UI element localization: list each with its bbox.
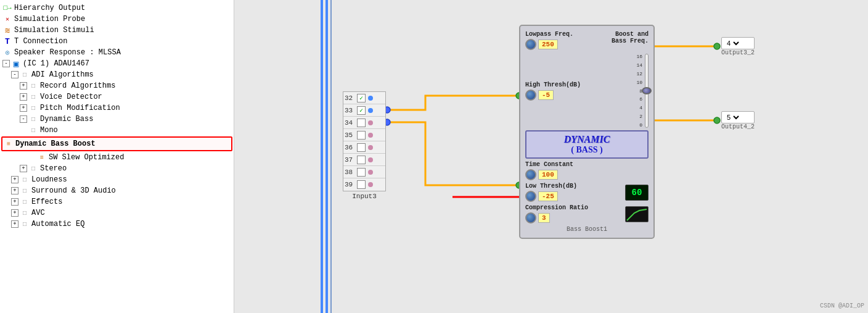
high-thresh-section: High Thresh(dB) -5 xyxy=(525,81,634,101)
tree-item-simulation-probe[interactable]: ✕ Simulation Probe xyxy=(0,14,234,25)
chip-icon: ▣ xyxy=(11,59,21,69)
row-checkbox[interactable] xyxy=(357,156,366,164)
green-display: 60 xyxy=(625,185,649,201)
slider-thumb[interactable] xyxy=(642,87,652,94)
tree-label: Voice Detector xyxy=(40,93,102,101)
tree-label: Mono xyxy=(40,126,58,135)
tree-item-stereo[interactable]: + □ Stereo xyxy=(0,163,234,174)
output3-2-select[interactable]: 4 5 xyxy=(724,39,741,48)
tree-item-dynamic-bass-boost[interactable]: ≡ Dynamic Bass Boost xyxy=(1,136,232,151)
tree-item-t-connection[interactable]: T T Connection xyxy=(0,36,234,47)
time-constant-knob[interactable] xyxy=(525,169,536,180)
green-arrow-icon: □→ xyxy=(2,3,12,13)
row-checkbox[interactable] xyxy=(357,94,366,102)
tree-item-mono[interactable]: □ Mono xyxy=(0,125,234,136)
output4-2-select[interactable]: 5 4 xyxy=(724,113,741,122)
folder-icon: □ xyxy=(20,197,30,207)
high-thresh-knob[interactable] xyxy=(525,90,536,101)
tree-item-surround-3d[interactable]: + □ Surround & 3D Audio xyxy=(0,185,234,196)
row-number: 35 xyxy=(345,131,357,139)
low-thresh-value[interactable]: -25 xyxy=(538,191,558,201)
tree-label: Loudness xyxy=(31,175,67,184)
tree-item-avc[interactable]: + □ AVC xyxy=(0,207,234,219)
speaker-icon: ◎ xyxy=(2,48,12,57)
tree-item-adi-algorithms[interactable]: - □ ADI Algorithms xyxy=(0,69,234,80)
expand-plus-icon[interactable]: + xyxy=(11,187,18,194)
compression-value[interactable]: 3 xyxy=(538,213,550,223)
lowpass-freq-knob[interactable] xyxy=(525,39,536,50)
bass-boost-block-label: Bass Boost1 xyxy=(525,226,649,233)
compression-visual xyxy=(625,206,649,222)
input3-row-35: 35 xyxy=(343,129,385,141)
expand-plus-icon[interactable]: + xyxy=(11,209,18,217)
tree-item-hierarchy-output[interactable]: □→ Hierarchy Output xyxy=(0,2,234,14)
expand-plus-icon[interactable]: + xyxy=(20,104,27,112)
lowpass-freq-value[interactable]: 250 xyxy=(538,40,558,49)
time-constant-value[interactable]: 100 xyxy=(538,170,558,180)
scale-slider-section: 16 14 12 10 8 6 4 2 0 xyxy=(636,54,649,128)
row-connector xyxy=(368,108,373,113)
folder-icon: □ xyxy=(20,175,30,185)
input3-row-36: 36 xyxy=(343,141,385,154)
input3-row-34: 34 xyxy=(343,117,385,129)
row-connector xyxy=(368,133,373,138)
tree-label: Surround & 3D Audio xyxy=(31,186,116,195)
expand-plus-icon[interactable]: + xyxy=(20,93,27,101)
tree-item-automatic-eq[interactable]: + □ Automatic EQ xyxy=(0,219,234,230)
boost-bass-freq-section: Boost andBass Freq. xyxy=(612,31,649,50)
compression-ratio-label: Compression Ratio xyxy=(525,204,623,211)
tree-item-ic1[interactable]: - ▣ (IC 1) ADAU1467 xyxy=(0,58,234,69)
expand-plus-icon[interactable]: + xyxy=(20,82,27,90)
folder-icon: □ xyxy=(28,114,38,124)
input3-row-32: 32 xyxy=(343,92,385,104)
compression-knob[interactable] xyxy=(525,212,536,223)
row-checkbox[interactable] xyxy=(357,168,366,177)
tree-item-dynamic-bass[interactable]: - □ Dynamic Bass xyxy=(0,114,234,125)
row-number: 36 xyxy=(345,144,357,151)
expand-plus-icon[interactable]: + xyxy=(20,165,27,172)
tree-item-effects[interactable]: + □ Effects xyxy=(0,196,234,207)
tree-label: Simulation Probe xyxy=(14,15,85,23)
expand-minus-icon[interactable]: - xyxy=(11,71,18,78)
folder-icon: □ xyxy=(20,219,30,229)
compression-ratio-row: Compression Ratio 3 xyxy=(525,204,649,223)
tree-label: AVC xyxy=(31,209,45,217)
low-thresh-label: Low Thresh(dB) xyxy=(525,183,623,190)
expand-minus-icon[interactable]: - xyxy=(20,115,27,123)
tree-item-record-algorithms[interactable]: + □ Record Algorithms xyxy=(0,80,234,91)
row-checkbox[interactable] xyxy=(357,106,366,115)
row-connector xyxy=(368,170,373,175)
input3-row-39: 39 xyxy=(343,178,385,191)
tree-item-voice-detector[interactable]: + □ Voice Detector xyxy=(0,91,234,102)
expand-plus-icon[interactable]: + xyxy=(11,198,18,206)
row-checkbox[interactable] xyxy=(357,119,366,127)
row-number: 38 xyxy=(345,169,357,176)
tree-item-sw-slew-optimized[interactable]: ≡ SW Slew Optimized xyxy=(0,152,234,163)
low-thresh-knob[interactable] xyxy=(525,191,536,202)
row-number: 39 xyxy=(345,181,357,188)
tree-item-speaker-response[interactable]: ◎ Speaker Response : MLSSA xyxy=(0,47,234,58)
output4-2-label: Output4_2 xyxy=(721,123,755,130)
tree-item-simulation-stimuli[interactable]: ≋ Simulation Stimuli xyxy=(0,25,234,36)
svg-point-7 xyxy=(714,117,720,123)
lines-icon: ≡ xyxy=(4,139,14,149)
wave-icon: ≋ xyxy=(2,25,12,35)
row-checkbox[interactable] xyxy=(357,180,366,189)
tree-label: Record Algorithms xyxy=(40,81,115,90)
expand-minus-icon[interactable]: - xyxy=(2,60,10,67)
row-checkbox[interactable] xyxy=(357,143,366,152)
expand-plus-icon[interactable]: + xyxy=(11,176,18,183)
bass-title: ( BASS ) xyxy=(531,145,642,155)
high-thresh-value[interactable]: -5 xyxy=(538,90,554,100)
expand-plus-icon[interactable]: + xyxy=(11,220,18,228)
tree-item-pitch-modification[interactable]: + □ Pitch Modification xyxy=(0,102,234,114)
tree-item-loudness[interactable]: + □ Loudness xyxy=(0,174,234,185)
tree-label: Stereo xyxy=(40,164,67,173)
row-checkbox[interactable] xyxy=(357,131,366,140)
folder-icon: □ xyxy=(20,208,30,218)
time-constant-label: Time Constant xyxy=(525,161,649,168)
vertical-slider[interactable] xyxy=(645,54,649,128)
input3-row-38: 38 xyxy=(343,166,385,178)
high-thresh-label: High Thresh(dB) xyxy=(525,81,634,88)
svg-point-6 xyxy=(714,43,720,49)
